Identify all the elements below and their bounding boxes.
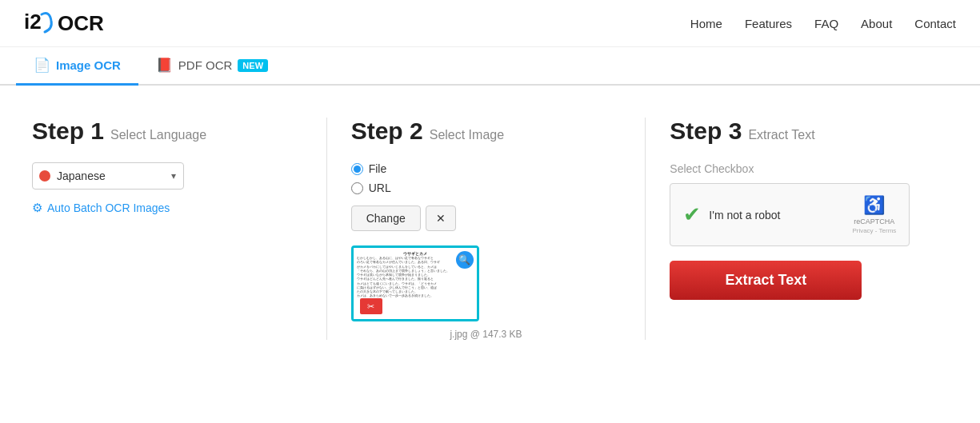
radio-group: File URL [351,162,622,194]
new-badge: NEW [238,59,268,72]
clear-button[interactable]: ✕ [426,206,456,231]
step1-label: Select Language [110,128,206,142]
step2-heading: Step 2 Select Image [351,118,622,145]
tab-bar: 📄 Image OCR 📕 PDF OCR NEW [0,47,980,86]
pdf-ocr-icon: 📕 [156,57,173,74]
radio-url[interactable] [351,182,363,194]
step1-section: Step 1 Select Language Japanese English … [24,118,318,340]
change-button[interactable]: Change [351,206,421,231]
divider-2 [645,118,646,340]
step2-label: Select Image [430,128,504,142]
language-select-wrapper: Japanese English Chinese Korean ▾ [32,162,184,190]
checkmark-icon: ✔ [683,202,701,227]
step3-section: Step 3 Extract Text Select Checkbox ✔ I'… [654,118,956,340]
radio-file-label[interactable]: File [351,162,622,175]
tab-image-ocr[interactable]: 📄 Image OCR [16,47,138,86]
gear-icon: ⚙ [32,201,42,215]
recaptcha-links: Privacy - Terms [852,227,896,234]
radio-url-label[interactable]: URL [351,182,622,194]
batch-ocr-label: Auto Batch OCR Images [47,202,170,214]
radio-file[interactable] [351,163,363,175]
radio-url-text: URL [369,182,391,194]
step3-heading: Step 3 Extract Text [670,118,940,145]
language-select[interactable]: Japanese English Chinese Korean [32,162,184,190]
step2-section: Step 2 Select Image File URL Change ✕ ウサ [335,118,638,340]
preview-edit-icon: ✂ [367,301,374,312]
image-preview-container: ウサギとカメ むかしむかし、ある山に、はやい足で有名なウサギと のろい足で有名な… [351,245,479,321]
nav-contact[interactable]: Contact [914,17,956,30]
tab-pdf-ocr[interactable]: 📕 PDF OCR NEW [138,47,286,86]
image-ocr-icon: 📄 [34,57,50,74]
image-preview-wrapper: ウサギとカメ むかしむかし、ある山に、はやい足で有名なウサギと のろい足で有名な… [351,245,622,340]
file-btn-group: Change ✕ [351,206,622,231]
step1-number: Step 1 [32,118,104,145]
main-content: Step 1 Select Language Japanese English … [0,86,980,372]
captcha-left: ✔ I'm not a robot [683,202,780,227]
svg-text:i2: i2 [24,10,42,34]
header: i2 OCR Home Features FAQ About Contact [0,0,980,47]
captcha-box: ✔ I'm not a robot ♿ reCAPTCHA Privacy - … [670,183,910,246]
captcha-right: ♿ reCAPTCHA Privacy - Terms [852,195,896,234]
step3-label: Extract Text [748,128,814,142]
image-filename: j.jpg @ 147.3 KB [351,329,622,340]
recaptcha-logo-icon: ♿ [863,195,885,216]
divider-1 [326,118,327,340]
logo-text: OCR [58,11,104,36]
nav-home[interactable]: Home [690,17,722,30]
zoom-icon[interactable]: 🔍 [456,251,474,269]
step2-number: Step 2 [351,118,423,145]
step3-number: Step 3 [670,118,742,145]
radio-file-text: File [369,162,387,175]
batch-ocr-link[interactable]: ⚙ Auto Batch OCR Images [32,201,302,215]
extract-text-button[interactable]: Extract Text [670,261,862,300]
recaptcha-label: reCAPTCHA [854,217,894,225]
tab-pdf-ocr-label: PDF OCR [178,58,233,72]
logo-icon: i2 [24,8,54,38]
logo[interactable]: i2 OCR [24,8,104,38]
captcha-text: I'm not a robot [709,209,780,221]
tab-image-ocr-label: Image OCR [56,58,121,72]
main-nav: Home Features FAQ About Contact [690,17,956,30]
nav-faq[interactable]: FAQ [814,17,838,30]
step1-heading: Step 1 Select Language [32,118,302,145]
select-checkbox-label: Select Checkbox [670,162,940,175]
nav-about[interactable]: About [861,17,892,30]
nav-features[interactable]: Features [745,17,792,30]
